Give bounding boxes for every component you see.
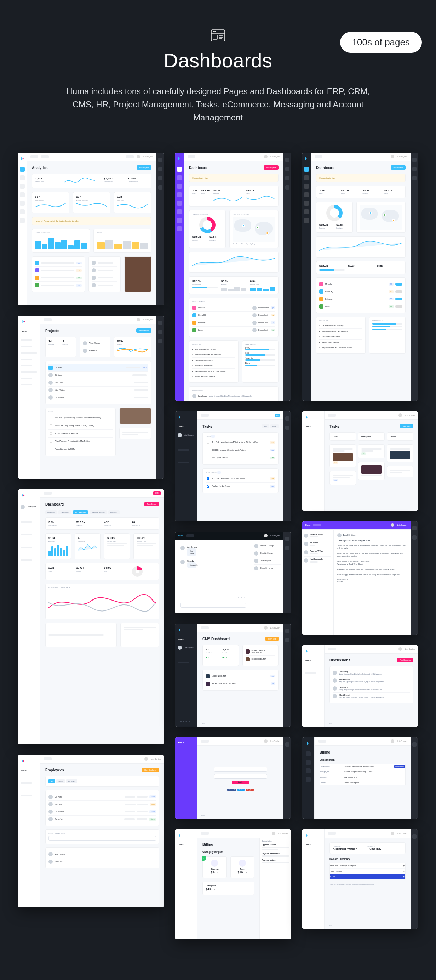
login-button[interactable]: Login <box>232 781 249 784</box>
shot-discussions: Huma Luis Boyden DiscussionsAsk Question… <box>302 645 418 727</box>
shot-employees: Huma Luis Boyden EmployeesNew Employee A… <box>18 755 164 907</box>
page-heading: Projects <box>45 328 59 333</box>
topbar: Luis Boyden <box>27 153 157 161</box>
shot-enterprise: Luis Boyden LIVE DashboardNew Report Ove… <box>18 489 164 745</box>
shot-inbox: HumaLuis Boyden Jenell D. Mintey Ali Mat… <box>302 521 418 635</box>
new-report-button[interactable]: New Report <box>144 502 159 507</box>
sidebar[interactable]: Huma <box>18 316 40 479</box>
facebook-button[interactable]: Facebook <box>227 789 236 791</box>
right-drawer[interactable] <box>157 153 164 305</box>
email-input[interactable] <box>214 767 267 772</box>
upgrade-button[interactable]: Upgrade now <box>394 765 405 768</box>
svg-rect-4 <box>213 35 217 39</box>
shot-billing-plan: Huma Luis Boyden Billing Change your pla… <box>175 829 291 939</box>
shot-tasks-board: Huma Luis Boyden TasksNew Task To Do #32… <box>302 411 418 511</box>
page-subtitle: Huma includes tons of carefully designed… <box>62 85 374 124</box>
screenshot-gallery: Luis Boyden Analytics New Report 2,412We… <box>18 153 418 939</box>
shot-tasks: Huma Luis Boyden 102 TasksSortFilter To … <box>175 411 291 521</box>
tab-bar[interactable]: Overview Campaigns All Categories Sample… <box>45 510 159 515</box>
svg-point-2 <box>213 31 214 32</box>
alert-banner: Heads up! You can switch the chart style… <box>32 217 151 226</box>
new-post-button[interactable]: New Post <box>265 637 279 641</box>
page-heading: Analytics <box>32 165 48 170</box>
map <box>233 217 275 242</box>
avatar[interactable] <box>136 155 140 158</box>
shot-cms: Huma Luis Boyden ⬅Old Dashboard Luis Boy… <box>175 624 291 727</box>
shot-dashboard-purple: Luis Boyden DashboardNew Report Outstand… <box>175 153 291 401</box>
shot-login: Huma Luis Boyden Login Facebook Twitter … <box>175 737 291 819</box>
google-button[interactable]: Google+ <box>246 789 254 791</box>
logo-icon[interactable] <box>20 156 25 161</box>
shot-projects: Huma Luis Boyden Projects New Project <box>18 316 164 479</box>
select-field[interactable] <box>49 836 156 841</box>
shot-dashboard-dark: Luis Boyden DashboardNew Report Outstand… <box>302 153 418 401</box>
alert-banner: Outstanding invoice <box>189 173 279 183</box>
nav-item[interactable] <box>30 155 38 158</box>
svg-point-3 <box>215 31 216 32</box>
dashboard-icon <box>210 29 226 43</box>
shot-analytics: Luis Boyden Analytics New Report 2,412We… <box>18 153 164 305</box>
sidebar[interactable] <box>18 153 27 305</box>
new-report-button[interactable]: New Report <box>136 165 151 170</box>
donut-chart <box>199 217 216 233</box>
new-button[interactable]: New Employee <box>141 768 159 772</box>
ask-button[interactable]: Ask Question <box>397 658 413 663</box>
shot-invoice: Huma Luis Boyden Prepared for:Alexander … <box>302 829 418 929</box>
hero: Dashboards 100s of pages Huma includes t… <box>18 29 418 124</box>
message-input[interactable] <box>181 603 246 608</box>
new-report-button[interactable]: New Report <box>264 165 279 170</box>
password-input[interactable] <box>214 774 267 779</box>
shot-billing: Luis Boyden Billing Subscription Current… <box>302 737 418 819</box>
twitter-button[interactable]: Twitter <box>238 789 244 791</box>
new-project-button[interactable]: New Project <box>136 328 151 333</box>
count-pill: 100s of pages <box>340 32 422 53</box>
shot-chat: HumaLuis Boyden Luis BoydenHey there Mir… <box>175 532 291 613</box>
